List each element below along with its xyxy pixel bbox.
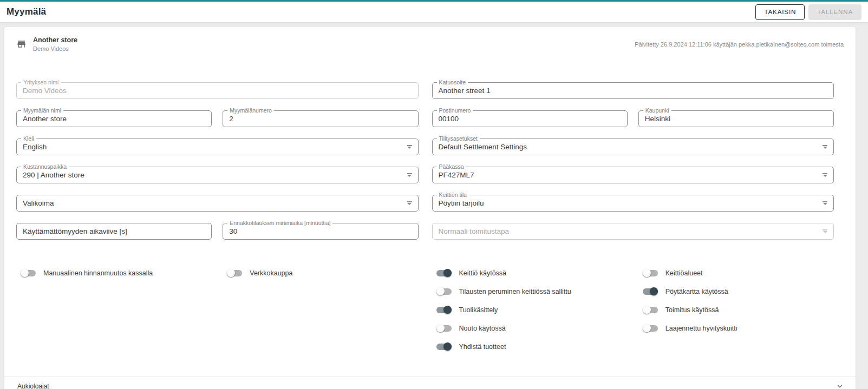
switch-icon (643, 287, 658, 295)
postal-code-value: 00100 (439, 114, 459, 123)
dropdown-arrow-icon (818, 201, 827, 205)
delivery-method-placeholder: Normaali toimitustapa (439, 227, 510, 235)
store-identity: Another store Demo Videos (16, 36, 77, 53)
settlement-settings-value: Default Settlement Settings (439, 142, 527, 151)
switch-icon (436, 306, 452, 314)
toggle-label: Yhdistä tuotteet (459, 343, 506, 351)
street-address-label: Katuosoite (437, 79, 468, 85)
street-address-field[interactable]: Katuosoite Another street 1 (432, 82, 834, 99)
store-name-label: Myymälän nimi (21, 107, 63, 114)
toggles-left: Manuaalinen hinnanmuutos kassalla Verkko… (16, 264, 419, 356)
switch-icon (436, 324, 452, 332)
store-name-value: Another store (23, 114, 67, 123)
toggle-label: Keittiöalueet (665, 269, 703, 277)
kitchen-mode-select[interactable]: Keittiön tila Pöytiin tarjoilu (432, 195, 834, 212)
store-texts: Another store Demo Videos (33, 36, 77, 53)
main-register-label: Pääkassa (437, 163, 466, 170)
switch-icon (21, 269, 36, 277)
store-icon (16, 39, 27, 49)
preorder-min-time-value: 30 (229, 227, 237, 235)
store-number-field[interactable]: Myymälänumero 2 (223, 110, 418, 127)
toggles-right-col2: Keittiöalueet Pöytäkartta käytössä Toimi… (638, 264, 834, 356)
company-name-value: Demo Videos (23, 86, 67, 95)
back-button[interactable]: TAKAISIN (755, 4, 805, 20)
switch-icon (643, 306, 658, 314)
toggle-kitchen-areas[interactable]: Keittiöalueet (638, 264, 834, 282)
toggle-delivery-enabled[interactable]: Toimitus käytössä (638, 301, 834, 319)
app-bar: Myymälä TAKAISIN TALLENNA (0, 2, 868, 23)
toggle-label: Toimitus käytössä (665, 306, 719, 314)
cost-center-label: Kustannuspaikka (21, 163, 69, 170)
last-updated-text: Päivitetty 26.9.2024 12:11:06 käyttäjän … (635, 41, 844, 48)
toggle-label: Pöytäkartta käytössä (665, 288, 728, 295)
language-select[interactable]: Kieli English (16, 139, 419, 155)
accordion-opening-hours[interactable]: Aukioloajat (4, 377, 856, 389)
preorder-min-time-label: Ennakkotilauksen minimiaika [minuuttia] (227, 220, 332, 226)
main-register-value: PF427ML7 (439, 170, 474, 179)
toggle-webshop[interactable]: Verkkokauppa (223, 264, 418, 282)
toggle-combine-products[interactable]: Yhdistä tuotteet (432, 338, 628, 356)
toggle-label: Laajennettu hyvityskuitti (665, 325, 738, 332)
store-number-label: Myymälänumero (227, 107, 274, 114)
settlement-settings-select[interactable]: Tilitysasetukset Default Settlement Sett… (432, 139, 834, 155)
toggle-label: Nouto käytössä (459, 325, 506, 332)
store-form: Yrityksen nimi Demo Videos Katuosoite An… (4, 60, 856, 356)
store-settings-card: Another store Demo Videos Päivitetty 26.… (4, 27, 856, 389)
toggle-label: Tilausten peruminen keittiössä sallittu (459, 288, 571, 295)
store-name-field[interactable]: Myymälän nimi Another store (16, 110, 212, 127)
assortment-placeholder: Valikoima (23, 199, 54, 207)
dropdown-arrow-icon (818, 229, 827, 233)
city-label: Kaupunki (643, 107, 671, 114)
toggle-pickup-enabled[interactable]: Nouto käytössä (432, 319, 628, 338)
toggle-order-cancel-in-kitchen[interactable]: Tilausten peruminen keittiössä sallittu (432, 282, 628, 301)
postal-code-field[interactable]: Postinumero 00100 (432, 110, 628, 127)
store-number-value: 2 (229, 114, 233, 123)
toggles-right-col1: Keittiö käytössä Tilausten peruminen kei… (432, 264, 628, 356)
store-header: Another store Demo Videos Päivitetty 26.… (4, 27, 856, 60)
store-name: Another store (33, 36, 77, 45)
switch-icon (227, 269, 242, 277)
switch-icon (436, 269, 452, 277)
store-company: Demo Videos (33, 45, 77, 53)
switch-icon (436, 287, 452, 295)
dropdown-arrow-icon (818, 173, 827, 177)
dropdown-arrow-icon (818, 145, 827, 149)
toggle-manual-price-change[interactable]: Manuaalinen hinnanmuutos kassalla (16, 264, 212, 282)
idle-timeout-field[interactable]: Käyttämättömyyden aikaviive [s] (16, 223, 212, 240)
toggle-extended-credit-receipt[interactable]: Laajennettu hyvityskuitti (638, 319, 834, 338)
preorder-min-time-field[interactable]: Ennakkotilauksen minimiaika [minuuttia] … (223, 223, 418, 240)
toggle-label: Manuaalinen hinnanmuutos kassalla (43, 269, 153, 277)
toggles-right: Keittiö käytössä Tilausten peruminen kei… (432, 264, 834, 356)
cost-center-value: 290 | Another store (23, 170, 84, 179)
page-title: Myymälä (6, 6, 46, 17)
dropdown-arrow-icon (403, 173, 412, 177)
kitchen-mode-label: Keittiön tila (437, 192, 469, 198)
city-field[interactable]: Kaupunki Helsinki (638, 110, 834, 127)
toggle-label: Verkkokauppa (250, 269, 292, 277)
chevron-down-icon (836, 383, 844, 389)
dropdown-arrow-icon (403, 201, 412, 205)
toggle-label: Tuolikäsittely (459, 306, 498, 314)
appbar-actions: TAKAISIN TALLENNA (755, 4, 862, 20)
language-value: English (23, 142, 47, 151)
street-address-value: Another street 1 (439, 86, 491, 95)
company-name-field: Yrityksen nimi Demo Videos (16, 82, 419, 99)
city-value: Helsinki (645, 114, 670, 123)
language-label: Kieli (21, 135, 36, 142)
switch-icon (643, 269, 658, 277)
save-button[interactable]: TALLENNA (808, 4, 862, 20)
postal-code-label: Postinumero (437, 107, 473, 114)
toggle-chair-handling[interactable]: Tuolikäsittely (432, 301, 628, 319)
toggle-kitchen-enabled[interactable]: Keittiö käytössä (432, 264, 628, 282)
assortment-select[interactable]: Valikoima (16, 195, 419, 212)
accordion-label: Aukioloajat (17, 383, 49, 389)
accordion-section: Aukioloajat Yliaja yritystason asetukset (4, 377, 856, 389)
switch-icon (436, 342, 452, 351)
kitchen-mode-value: Pöytiin tarjoilu (439, 199, 484, 207)
toggle-label: Keittiö käytössä (459, 269, 507, 277)
cost-center-select[interactable]: Kustannuspaikka 290 | Another store (16, 167, 419, 183)
company-name-label: Yrityksen nimi (21, 79, 61, 85)
main-register-select[interactable]: Pääkassa PF427ML7 (432, 167, 834, 183)
toggle-table-map-enabled[interactable]: Pöytäkartta käytössä (638, 282, 834, 301)
switch-icon (643, 324, 658, 332)
